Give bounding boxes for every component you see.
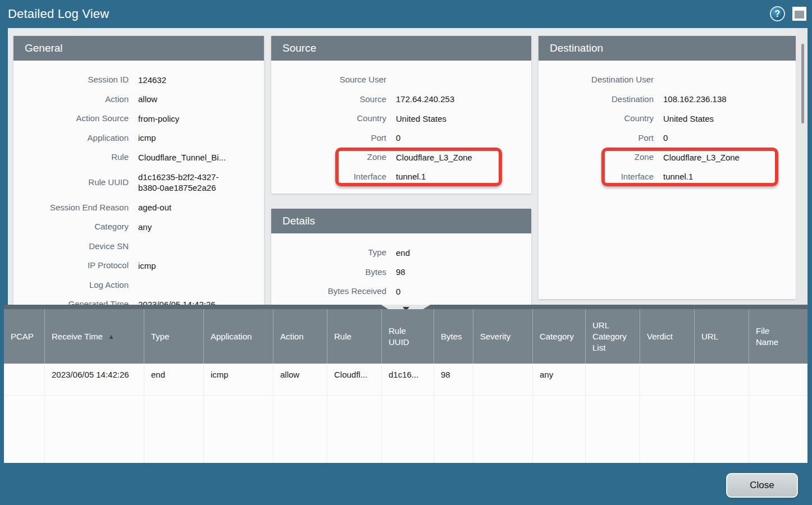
field-destination-country: CountryUnited States [539,109,796,128]
column-header-rule[interactable]: Rule [327,309,382,364]
table-empty-cell [473,396,533,463]
details-panel-header: Details [271,209,531,233]
cell-url-category-list [586,364,640,396]
dialog-titlebar: Detailed Log View ? [0,0,812,28]
column-header-pcap[interactable]: PCAP [4,309,45,364]
general-panel-header: General [13,36,264,61]
column-header-rule-uuid[interactable]: Rule UUID [382,309,434,364]
maximize-window-icon[interactable] [792,7,806,21]
cell-url [695,364,749,396]
table-empty-cell [4,396,45,463]
table-empty-cell [144,396,204,463]
dialog-title: Detailed Log View [8,7,109,21]
table-empty-cell [640,396,695,463]
field-rule: RuleCloudflare_Tunnel_Bi... [13,148,264,167]
field-generated-time: Generated Time2023/06/05 14:42:26 [13,295,264,305]
column-header-application[interactable]: Application [204,309,273,364]
field-action: Actionallow [13,90,264,109]
table-empty-cell [327,396,382,463]
cell-bytes: 98 [434,364,473,396]
table-empty-cell [434,396,473,463]
field-rule-uuid: Rule UUIDd1c16235-b2f2-4327-b380-0ae1875… [13,167,264,198]
cell-application: icmp [204,364,273,396]
log-table: PCAP Receive Time▲ Type Application Acti… [4,309,808,463]
field-destination-interface: Interfacetunnel.1 [539,167,796,187]
details-panel: Details Typeend Bytes98 Bytes Received0 [271,209,531,305]
table-empty-cell [749,396,808,463]
help-icon[interactable]: ? [770,6,785,21]
field-bytes: Bytes98 [271,263,531,282]
field-session-end-reason: Session End Reasonaged-out [13,198,264,218]
field-source: Source172.64.240.253 [271,90,531,109]
field-application: Applicationicmp [13,128,264,148]
cell-type: end [144,364,204,396]
column-header-action[interactable]: Action [273,309,327,364]
destination-panel: Destination Destination User Destination… [539,36,796,299]
general-panel-body: Session ID124632 Actionallow Action Sour… [13,61,264,305]
field-source-country: CountryUnited States [271,109,531,128]
details-panel-body: Typeend Bytes98 Bytes Received0 [271,233,531,301]
log-detail-panels-area: General Session ID124632 Actionallow Act… [8,28,808,305]
field-bytes-received: Bytes Received0 [271,282,531,301]
cell-receive-time: 2023/06/05 14:42:26 [45,364,144,396]
cell-verdict [640,364,695,396]
log-table-row[interactable]: 2023/06/05 14:42:26 end icmp allow Cloud… [4,364,808,396]
field-source-user: Source User [271,70,531,90]
field-category: Categoryany [13,217,264,237]
source-panel-body: Source User Source172.64.240.253 Country… [271,61,531,186]
table-empty-cell [273,396,327,463]
table-empty-cell [695,396,749,463]
field-destination-zone: ZoneCloudflare_L3_Zone [539,148,796,167]
column-header-file-name[interactable]: File Name [749,309,808,364]
source-panel-header: Source [271,36,531,61]
cell-rule: Cloudfl... [327,364,382,396]
cell-category: any [533,364,586,396]
column-header-verdict[interactable]: Verdict [640,309,695,364]
panels-scrollbar-thumb[interactable] [801,44,804,123]
log-table-header: PCAP Receive Time▲ Type Application Acti… [4,309,808,364]
panels-scrollbar[interactable] [796,28,808,305]
table-empty-cell [533,396,586,463]
field-action-source: Action Sourcefrom-policy [13,109,264,128]
column-header-url[interactable]: URL [695,309,749,364]
destination-panel-header: Destination [539,36,796,61]
cell-severity [473,364,533,396]
detailed-log-view-dialog: Detailed Log View ? General Session ID12… [0,0,812,505]
column-header-type[interactable]: Type [144,309,204,364]
field-log-action: Log Action [13,276,264,295]
field-destination-port: Port0 [539,128,796,148]
cell-pcap [4,364,45,396]
field-source-port: Port0 [271,128,531,148]
table-empty-cell [586,396,640,463]
splitter-bar [4,305,808,309]
column-header-receive-time[interactable]: Receive Time▲ [45,309,144,364]
table-empty-cell [382,396,434,463]
source-panel: Source Source User Source172.64.240.253 … [271,36,531,194]
field-type: Typeend [271,243,531,263]
cell-action: allow [273,364,327,396]
field-device-sn: Device SN [13,237,264,256]
general-panel: General Session ID124632 Actionallow Act… [13,36,264,305]
log-table-empty-area [4,396,808,463]
column-header-category[interactable]: Category [533,309,586,364]
table-empty-cell [204,396,273,463]
column-header-bytes[interactable]: Bytes [434,309,473,364]
destination-panel-body: Destination User Destination108.162.236.… [539,61,796,186]
field-source-interface: Interfacetunnel.1 [271,167,531,187]
sort-asc-icon: ▲ [108,333,115,341]
titlebar-icons: ? [770,6,806,21]
cell-file-name [749,364,808,396]
column-header-severity[interactable]: Severity [473,309,533,364]
column-header-url-category-list[interactable]: URL Category List [586,309,640,364]
field-ip-protocol: IP Protocolicmp [13,256,264,276]
field-destination: Destination108.162.236.138 [539,90,796,109]
field-destination-user: Destination User [539,70,796,90]
cell-rule-uuid: d1c16... [382,364,434,396]
field-session-id: Session ID124632 [13,70,264,90]
table-empty-cell [45,396,144,463]
close-button[interactable]: Close [726,473,798,498]
field-source-zone: ZoneCloudflare_L3_Zone [271,148,531,167]
